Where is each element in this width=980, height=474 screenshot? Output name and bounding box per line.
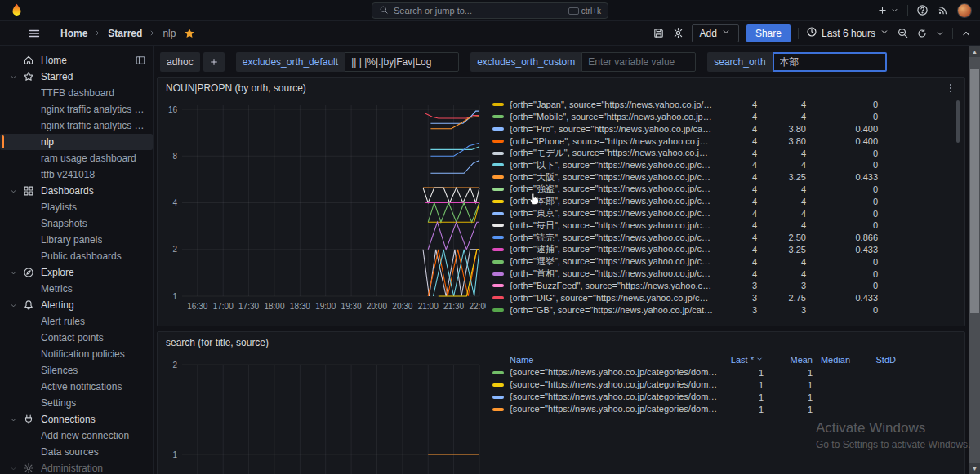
chevron-down-icon[interactable] <box>7 187 20 196</box>
breadcrumb-item-starred[interactable]: Starred <box>108 28 142 39</box>
legend-row[interactable]: {orth="東京", source="https://news.yahoo.c… <box>492 207 960 219</box>
legend-row[interactable]: {orth="Mobile", source="https://news.yah… <box>492 111 960 123</box>
panel-title[interactable]: NOUN|PROPN (by orth, source) <box>166 82 306 94</box>
legend-row[interactable]: {orth="DIG", source="https://news.yahoo.… <box>492 292 960 304</box>
sidebar-item-nginx-traffic-analytics-v241015[interactable]: nginx traffic analytics v241015 <box>0 117 153 134</box>
sidebar-item-nginx-traffic-analytics-tmp-c-[interactable]: nginx traffic analytics tmp C... <box>0 101 153 117</box>
sidebar-item-active-notifications[interactable]: Active notifications <box>0 379 153 395</box>
legend-row[interactable]: {orth="強盗", source="https://news.yahoo.c… <box>492 184 960 196</box>
share-button[interactable]: Share <box>746 24 791 42</box>
chevron-down-icon[interactable] <box>7 268 20 277</box>
sidebar-item-public-dashboards[interactable]: Public dashboards <box>0 248 153 264</box>
avatar[interactable] <box>957 3 972 18</box>
legend-column-header[interactable]: Mean <box>764 355 813 365</box>
dock-icon[interactable] <box>135 55 146 66</box>
legend-row[interactable]: {orth="GB", source="https://news.yahoo.c… <box>492 304 960 317</box>
breadcrumb-item-nlp[interactable]: nlp <box>163 28 176 39</box>
legend-row[interactable]: {orth="毎日", source="https://news.yahoo.c… <box>492 219 960 232</box>
main-layout: HomeStarredTTFB dashboardnginx traffic a… <box>0 46 980 474</box>
refresh-icon[interactable] <box>916 28 928 39</box>
favorite-star-icon[interactable] <box>184 28 195 39</box>
time-range-picker[interactable]: Last 6 hours <box>806 26 889 40</box>
sidebar-item-add-new-connection[interactable]: Add new connection <box>0 427 153 444</box>
sidebar-item-playlists[interactable]: Playlists <box>0 199 153 215</box>
new-button[interactable] <box>877 5 899 16</box>
legend-row[interactable]: {source="https://news.yahoo.co.jp/catego… <box>492 403 960 415</box>
time-series-chart[interactable]: 21 <box>161 353 486 474</box>
sidebar-item-silences[interactable]: Silences <box>0 362 153 379</box>
legend-row[interactable]: {orth="Pro", source="https://news.yahoo.… <box>492 123 960 135</box>
sidebar-item-alerting[interactable]: Alerting <box>0 297 153 313</box>
gear-icon[interactable] <box>672 27 684 39</box>
sidebar-item-starred[interactable]: Starred <box>0 69 153 85</box>
zoom-out-icon[interactable] <box>897 27 909 39</box>
variable-input-excludes_orth_default[interactable] <box>345 52 459 72</box>
panel-title[interactable]: search (for title, source) <box>166 337 269 348</box>
scroll-up-arrow-icon[interactable]: ▲ <box>969 46 980 57</box>
scroll-down-arrow-icon[interactable]: ▼ <box>969 463 980 474</box>
sidebar-item-settings[interactable]: Settings <box>0 395 153 411</box>
legend-column-header[interactable]: Median <box>813 355 850 365</box>
sidebar-item-administration[interactable]: Administration <box>0 460 153 474</box>
sidebar-item-alert-rules[interactable]: Alert rules <box>0 313 153 330</box>
sidebar-item-label: Public dashboards <box>41 250 122 262</box>
add-button[interactable]: Add <box>692 24 739 42</box>
legend-row[interactable]: {orth="選挙", source="https://news.yahoo.c… <box>492 255 960 268</box>
sidebar-item-ram-usage-dashboard[interactable]: ram usage dashboard <box>0 150 153 166</box>
legend-column-header[interactable]: Last * <box>719 355 764 365</box>
legend-row[interactable]: {orth="iPhone", source="https://news.yah… <box>492 135 960 147</box>
sidebar-item-metrics[interactable]: Metrics <box>0 281 153 297</box>
sidebar-item-ttfb-dashboard[interactable]: TTFB dashboard <box>0 85 153 101</box>
sidebar-item-snapshots[interactable]: Snapshots <box>0 215 153 232</box>
sidebar-item-nlp[interactable]: nlp <box>0 134 153 150</box>
chevron-down-icon[interactable] <box>7 464 20 473</box>
sidebar-item-explore[interactable]: Explore <box>0 264 153 281</box>
chevron-up-icon[interactable] <box>960 28 972 39</box>
legend-row[interactable]: {orth="以下", source="https://news.yahoo.c… <box>492 159 960 171</box>
legend-row[interactable]: {orth="大阪", source="https://news.yahoo.c… <box>492 171 960 184</box>
refresh-interval-caret-icon[interactable] <box>935 29 945 38</box>
legend-row[interactable]: {orth="Japan", source="https://news.yaho… <box>492 99 960 111</box>
sidebar-item-notification-policies[interactable]: Notification policies <box>0 346 153 362</box>
sidebar-item-data-sources[interactable]: Data sources <box>0 444 153 460</box>
legend-row[interactable]: {orth="逮捕", source="https://news.yahoo.c… <box>492 244 960 256</box>
sidebar-item-connections[interactable]: Connections <box>0 411 153 427</box>
legend-column-header[interactable]: StdD <box>850 355 896 365</box>
chart-grid <box>182 365 479 474</box>
legend-scrollbar[interactable] <box>956 100 960 143</box>
legend-row[interactable]: {orth="モデル", source="https://news.yahoo.… <box>492 147 960 159</box>
chevron-down-icon[interactable] <box>7 73 20 82</box>
search-input[interactable]: Search or jump to... ctrl+k <box>372 2 608 19</box>
sidebar-item-home[interactable]: Home <box>0 52 153 69</box>
legend-row[interactable]: {orth="読売", source="https://news.yahoo.c… <box>492 232 960 244</box>
menu-toggle-icon[interactable] <box>28 27 41 40</box>
chevron-down-icon[interactable] <box>7 301 20 310</box>
scrollbar-thumb[interactable] <box>970 69 979 313</box>
save-icon[interactable] <box>653 27 665 39</box>
sidebar-item-contact-points[interactable]: Contact points <box>0 330 153 346</box>
sidebar-item-ttfb-v241018[interactable]: ttfb v241018 <box>0 166 153 183</box>
panel-menu-icon[interactable] <box>945 82 956 94</box>
sidebar-item-dashboards[interactable]: Dashboards <box>0 183 153 199</box>
news-icon[interactable] <box>937 4 949 16</box>
legend-row[interactable]: {source="https://news.yahoo.co.jp/catego… <box>492 391 960 403</box>
sidebar-item-label: Home <box>41 55 67 66</box>
legend-row[interactable]: {orth="本部", source="https://news.yahoo.c… <box>492 195 960 207</box>
variable-input-search_orth[interactable] <box>773 52 887 72</box>
add-filter-button[interactable] <box>203 52 225 72</box>
help-icon[interactable] <box>916 4 929 16</box>
page-scrollbar[interactable]: ▲ ▼ <box>969 46 980 474</box>
legend-column-header[interactable]: Name <box>492 355 719 365</box>
legend-row[interactable]: {orth="BuzzFeed", source="https://news.y… <box>492 280 960 292</box>
variable-input-excludes_orth_custom[interactable] <box>581 52 696 72</box>
breadcrumb-item-home[interactable]: Home <box>60 28 87 39</box>
legend-row[interactable]: {source="https://news.yahoo.co.jp/catego… <box>492 366 960 379</box>
legend-table: {orth="Japan", source="https://news.yaho… <box>492 99 960 322</box>
sidebar-item-library-panels[interactable]: Library panels <box>0 232 153 248</box>
legend-row[interactable]: {orth="首相", source="https://news.yahoo.c… <box>492 268 960 280</box>
time-series-chart[interactable]: 16842116:3017:0017:3018:0018:3019:0019:3… <box>161 99 486 322</box>
series-stat-value: 0.433 <box>806 172 878 182</box>
chevron-down-icon[interactable] <box>7 415 20 424</box>
legend-row[interactable]: {source="https://news.yahoo.co.jp/catego… <box>492 379 960 391</box>
grafana-logo-icon[interactable] <box>10 3 24 17</box>
